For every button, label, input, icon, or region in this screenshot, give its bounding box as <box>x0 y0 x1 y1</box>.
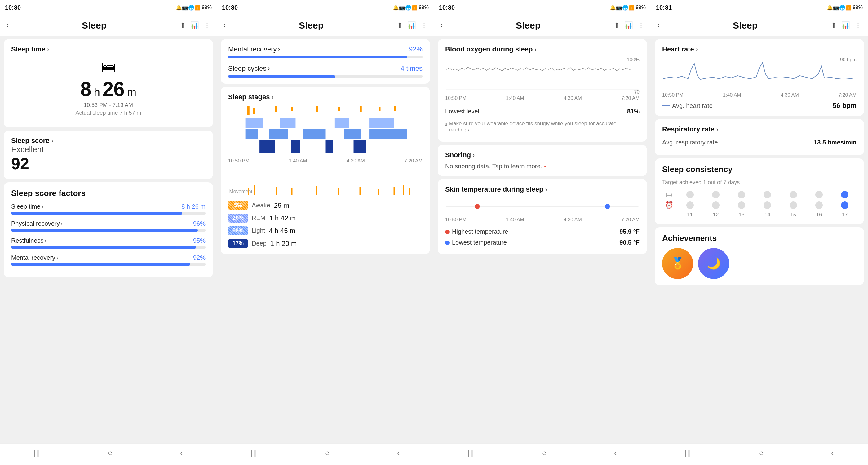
legend-deep: 17% Deep 1 h 20 m <box>228 239 423 248</box>
achievement-badge-1[interactable]: 🏅 <box>662 248 693 279</box>
factor-name-2[interactable]: Restfulness › <box>11 237 46 244</box>
bed-dot-4 <box>789 191 797 198</box>
battery-2: 99% <box>419 5 429 10</box>
svg-rect-25 <box>291 188 292 195</box>
share-icon-4[interactable]: ⬆ <box>831 21 836 29</box>
alarm-dot-1 <box>712 202 719 209</box>
nav-bar-2: ||| ○ ‹ <box>217 443 434 465</box>
oxy-bottom-label: 70 <box>634 89 640 95</box>
factor-bar-fill-0 <box>11 212 182 215</box>
factor-bar-fill-2 <box>11 246 196 249</box>
nav-menu-2[interactable]: ||| <box>251 448 257 458</box>
status-icons-1: 🔔📷🌐📶 99% <box>176 5 212 10</box>
bed-dot-0 <box>686 191 694 198</box>
back-button-1[interactable]: ‹ <box>6 21 9 30</box>
respiratory-rate-title[interactable]: Respiratory rate › <box>662 125 857 133</box>
back-button-4[interactable]: ‹ <box>657 21 660 30</box>
rem-badge: 20% <box>228 214 248 223</box>
share-icon-1[interactable]: ⬆ <box>180 21 185 29</box>
nav-home-1[interactable]: ○ <box>107 448 113 458</box>
sleep-duration: 8 h 26 m <box>80 78 136 101</box>
svg-rect-1 <box>253 107 255 114</box>
sleep-score-title[interactable]: Sleep score › <box>11 137 206 145</box>
status-icons-4: 🔔📷🌐📶 99% <box>827 5 863 10</box>
status-bar-3: 10:30 🔔📷🌐📶 99% <box>434 0 651 15</box>
back-button-3[interactable]: ‹ <box>440 21 443 30</box>
more-icon-1[interactable]: ⋮ <box>204 21 211 29</box>
panel-3: 10:30 🔔📷🌐📶 99% ‹ Sleep ⬆ 📊 ⋮ Blood oxyge… <box>434 0 651 465</box>
snoring-dot: ● <box>544 165 546 168</box>
factor-name-3[interactable]: Mental recovery › <box>11 254 58 261</box>
nav-home-2[interactable]: ○ <box>324 448 330 458</box>
bar-chart-icon-3[interactable]: 📊 <box>624 21 633 29</box>
skin-time-labels: 10:50 PM 1:40 AM 4:30 AM 7:20 AM <box>445 217 640 223</box>
bar-chart-icon-1[interactable]: 📊 <box>190 21 199 29</box>
factor-bar-bg-1 <box>11 229 206 231</box>
skin-temp-title[interactable]: Skin temperature during sleep › <box>445 185 640 193</box>
cycles-bar <box>228 75 335 78</box>
mental-recovery-bar <box>228 56 407 58</box>
heart-rate-chart: 90 bpm 10:50 PM 1:40 AM 4:30 AM 7:20 AM <box>662 57 857 98</box>
svg-rect-20 <box>326 140 333 153</box>
sleep-score-card: Sleep score › Excellent 92 <box>4 130 213 179</box>
consistency-heading: Sleep consistency <box>662 165 857 174</box>
svg-rect-14 <box>269 129 288 138</box>
status-time-2: 10:30 <box>222 4 238 11</box>
bar-chart-icon-2[interactable]: 📊 <box>407 21 416 29</box>
svg-rect-10 <box>280 118 296 128</box>
skin-temp-card: Skin temperature during sleep › 10:50 PM… <box>438 179 647 254</box>
stage-time-1: 1:40 AM <box>289 158 307 164</box>
heart-rate-title[interactable]: Heart rate › <box>662 45 857 53</box>
sleep-time-title[interactable]: Sleep time › <box>11 45 206 53</box>
mental-recovery-title[interactable]: Mental recovery › <box>228 45 280 53</box>
awake-badge: 5% <box>228 201 248 210</box>
svg-rect-30 <box>394 187 395 195</box>
svg-rect-8 <box>394 106 396 111</box>
snoring-card: Snoring › No snoring data. Tap to learn … <box>438 145 647 176</box>
nav-back-4[interactable]: ‹ <box>831 448 834 458</box>
nav-back-2[interactable]: ‹ <box>397 448 400 458</box>
oxy-top-label: 100% <box>627 57 640 63</box>
nav-menu-1[interactable]: ||| <box>34 448 40 458</box>
mental-recovery-bar-bg <box>228 56 423 58</box>
more-icon-4[interactable]: ⋮ <box>855 21 862 29</box>
factor-val-0: 8 h 26 m <box>181 203 206 210</box>
sleep-stages-title[interactable]: Sleep stages › <box>228 93 423 101</box>
nav-home-4[interactable]: ○ <box>758 448 764 458</box>
highest-temp-label: Highest temperature <box>445 228 508 235</box>
more-icon-2[interactable]: ⋮ <box>421 21 428 29</box>
back-button-2[interactable]: ‹ <box>223 21 226 30</box>
nav-back-1[interactable]: ‹ <box>180 448 183 458</box>
header-actions-1: ⬆ 📊 ⋮ <box>180 21 211 29</box>
alarm-dot-3 <box>764 202 771 209</box>
share-icon-2[interactable]: ⬆ <box>397 21 402 29</box>
status-bar-1: 10:30 🔔📷🌐📶 99% <box>0 0 217 15</box>
svg-rect-29 <box>378 189 379 195</box>
svg-rect-28 <box>360 187 361 195</box>
nav-menu-3[interactable]: ||| <box>468 448 474 458</box>
battery-3: 99% <box>636 5 646 10</box>
factor-name-1[interactable]: Physical recovery › <box>11 220 63 227</box>
blood-oxygen-title[interactable]: Blood oxygen during sleep › <box>445 45 640 53</box>
snoring-title[interactable]: Snoring › <box>445 151 640 159</box>
status-bar-4: 10:31 🔔📷🌐📶 99% <box>651 0 868 15</box>
nav-menu-4[interactable]: ||| <box>685 448 691 458</box>
notification-icons-3: 🔔📷🌐📶 <box>610 5 634 10</box>
alarm-dot-0 <box>686 202 694 209</box>
achievement-badge-2[interactable]: 🌙 <box>698 248 729 279</box>
share-icon-3[interactable]: ⬆ <box>614 21 619 29</box>
bar-chart-icon-4[interactable]: 📊 <box>841 21 850 29</box>
light-badge: 58% <box>228 226 248 235</box>
resp-avg-val: 13.5 times/min <box>814 139 857 146</box>
more-icon-3[interactable]: ⋮ <box>638 21 645 29</box>
nav-home-3[interactable]: ○ <box>541 448 547 458</box>
sleep-cycles-title[interactable]: Sleep cycles › <box>228 64 270 72</box>
factor-name-0[interactable]: Sleep time › <box>11 203 43 210</box>
nav-back-3[interactable]: ‹ <box>614 448 617 458</box>
svg-rect-5 <box>338 106 340 111</box>
factor-row-3: Mental recovery › 92% <box>11 254 206 266</box>
bed-dot-6 <box>841 191 848 198</box>
lowest-level-label: Lowest level <box>445 108 479 115</box>
svg-point-36 <box>475 204 480 209</box>
panel-4: 10:31 🔔📷🌐📶 99% ‹ Sleep ⬆ 📊 ⋮ Heart rate … <box>651 0 868 465</box>
